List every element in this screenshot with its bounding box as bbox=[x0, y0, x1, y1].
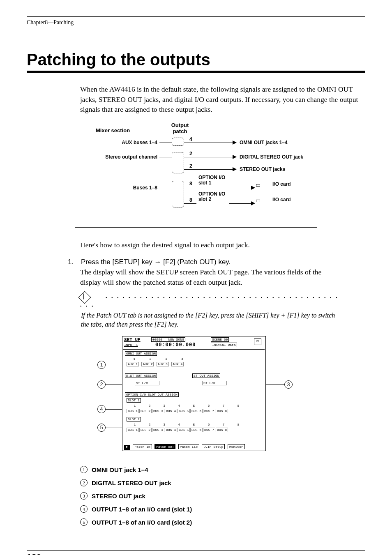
s2v4: BUS 4 bbox=[165, 428, 177, 432]
mixer-section-label: Mixer section bbox=[96, 127, 130, 134]
note-text: If the Patch OUT tab is not assigned to … bbox=[81, 311, 343, 329]
s2c6: 6 bbox=[201, 423, 216, 426]
io-card-label-1: I/O card bbox=[272, 182, 291, 187]
s2v3: BUS 3 bbox=[152, 428, 164, 432]
tab-patch-lib: Patch Lib bbox=[178, 444, 199, 449]
s2c2: 2 bbox=[142, 423, 157, 426]
legend-4: 4OUTPUT 1–8 of an I/O card (slot 1) bbox=[80, 505, 365, 513]
slot1-label: SLOT 1 bbox=[127, 398, 141, 403]
stereo-out-jacks-label: STEREO OUT jacks bbox=[240, 166, 285, 172]
io-card-box-2 bbox=[256, 200, 260, 202]
col-1: 1 bbox=[127, 357, 141, 361]
slot2-label: SLOT 2 bbox=[127, 417, 141, 421]
s2c4: 4 bbox=[172, 423, 187, 426]
dst-out-assign-label: D.ST OUT ASSIGN bbox=[125, 373, 157, 378]
bus1-count: 8 bbox=[189, 181, 192, 187]
patch-box-3 bbox=[172, 181, 184, 207]
s1c2: 2 bbox=[142, 404, 157, 408]
s2c3: 3 bbox=[157, 423, 172, 426]
s1c6: 6 bbox=[201, 404, 216, 408]
aux-count: 4 bbox=[189, 136, 192, 142]
legend-3: 3STEREO OUT jack bbox=[80, 492, 365, 500]
note-block: • • • • • • • • • • • • • • • • • • • • … bbox=[80, 293, 343, 329]
intro-paragraph: When the AW4416 is in the default state,… bbox=[80, 84, 365, 115]
legend-1: 1OMNI OUT jack 1–4 bbox=[80, 466, 365, 473]
s1v4: BUS 4 bbox=[165, 409, 177, 413]
s1v5: BUS 5 bbox=[178, 409, 190, 413]
tab-arrow-icon: ▶ bbox=[124, 445, 130, 450]
aux-buses-label: AUX buses 1–4 bbox=[108, 140, 157, 145]
step-1-body: The display will show the SETUP screen P… bbox=[80, 267, 343, 287]
s1v2: BUS 2 bbox=[139, 409, 152, 413]
tab-patch-in: Patch IN bbox=[133, 444, 152, 449]
s2c1: 1 bbox=[127, 423, 142, 426]
title-rule-thick bbox=[27, 71, 365, 72]
buses-label: Buses 1–8 bbox=[120, 185, 157, 191]
s2v5: BUS 5 bbox=[178, 428, 190, 432]
output-patch-diagram: Mixer section Output patch AUX buses 1–4… bbox=[75, 123, 317, 228]
callout-3: 3 bbox=[284, 380, 293, 389]
omni-val-2: AUX 2 bbox=[141, 362, 154, 366]
step-1-heading: Press the [SETUP] key → [F2] (Patch OUT)… bbox=[81, 258, 340, 266]
col-4: 4 bbox=[175, 357, 189, 361]
patch-box-2 bbox=[172, 152, 184, 173]
omni-val-4: AUX 4 bbox=[171, 362, 184, 366]
callout-5: 5 bbox=[97, 424, 106, 432]
screen-song: 00000 - NEW SONG bbox=[151, 337, 185, 342]
digital-stereo-out-label: DIGITAL STEREO OUT jack bbox=[240, 154, 303, 160]
s2c8: 8 bbox=[231, 423, 246, 426]
tab-monitor: Monitor bbox=[228, 444, 245, 449]
step-1: 1. Press the [SETUP] key → [F2] (Patch O… bbox=[68, 258, 365, 287]
legend-4-text: OUTPUT 1–8 of an I/O card (slot 1) bbox=[92, 506, 192, 513]
legend-list: 1OMNI OUT jack 1–4 2DIGITAL STEREO OUT j… bbox=[80, 466, 365, 526]
device-screen-figure: 1 2 4 5 3 SET UP INPUT 1 00000 - NEW SON… bbox=[97, 336, 295, 455]
s2v8: BUS 8 bbox=[216, 428, 228, 432]
page-number: 136 bbox=[27, 552, 41, 555]
s1v3: BUS 3 bbox=[152, 409, 164, 413]
s2v2: BUS 2 bbox=[139, 428, 152, 432]
callout-4: 4 bbox=[97, 405, 106, 413]
io-card-label-2: I/O card bbox=[272, 197, 291, 203]
page-title: Patching to the outputs bbox=[27, 51, 365, 69]
s1v7: BUS 7 bbox=[203, 409, 215, 413]
s2v6: BUS 6 bbox=[190, 428, 203, 432]
omni-val-1: AUX 1 bbox=[127, 362, 139, 366]
s1c3: 3 bbox=[157, 404, 172, 408]
page-footer: 136 AW4416 — Operation Guide bbox=[27, 550, 365, 555]
s2v7: BUS 7 bbox=[203, 428, 215, 432]
legend-3-text: STEREO OUT jack bbox=[92, 493, 145, 500]
st-out-assign-label: ST OUT ASSIGN bbox=[192, 373, 220, 378]
option-io-slot-out-assign-label: OPTION I/O SLOT OUT ASSIGN bbox=[125, 392, 179, 397]
s1c4: 4 bbox=[172, 404, 187, 408]
bus2-count: 8 bbox=[189, 197, 192, 203]
st-val: ST L/R bbox=[202, 381, 227, 385]
disk-icon: ⊡ bbox=[254, 339, 261, 345]
screen-data: Initial Data bbox=[211, 343, 237, 347]
omni-val-3: AUX 3 bbox=[157, 362, 169, 366]
s2c7: 7 bbox=[216, 423, 231, 426]
io-card-box-1 bbox=[256, 184, 260, 187]
s1v1: BUS 1 bbox=[127, 409, 139, 413]
s2c5: 5 bbox=[187, 423, 201, 426]
s1c8: 8 bbox=[231, 404, 246, 408]
s1c7: 7 bbox=[216, 404, 231, 408]
tab-din-setup: D.in Setup bbox=[202, 444, 225, 449]
patch-box-1 bbox=[172, 138, 184, 146]
callout-2: 2 bbox=[97, 380, 106, 389]
s1v8: BUS 8 bbox=[216, 409, 228, 413]
callout-1: 1 bbox=[97, 361, 106, 369]
s1c5: 5 bbox=[187, 404, 201, 408]
col-3: 3 bbox=[159, 357, 173, 361]
para2: Here's how to assign the desired signal … bbox=[80, 240, 365, 250]
device-screen: SET UP INPUT 1 00000 - NEW SONG 00:00:00… bbox=[122, 336, 266, 451]
chapter-label: Chapter8—Patching bbox=[27, 19, 365, 26]
title-rule-thin bbox=[27, 72, 365, 73]
legend-5-text: OUTPUT 1–8 of an I/O card (slot 2) bbox=[92, 519, 192, 526]
screen-scene: SCENE 00 bbox=[211, 337, 229, 342]
note-dots: • • • • • • • • • • • • • • • • • • • • … bbox=[80, 295, 339, 309]
screen-time: 00:00:00.000 bbox=[155, 342, 196, 348]
step-1-number: 1. bbox=[68, 258, 79, 266]
legend-2: 2DIGITAL STEREO OUT jack bbox=[80, 479, 365, 486]
option-io-slot1-label: OPTION I/O slot 1 bbox=[198, 175, 229, 186]
header-rule-top bbox=[27, 16, 365, 17]
